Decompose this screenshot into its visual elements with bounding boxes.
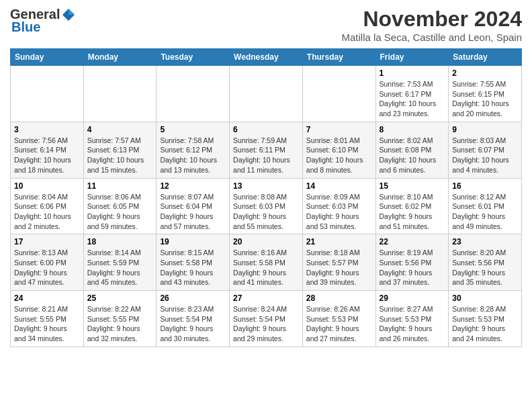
calendar-cell: 11Sunrise: 8:06 AM Sunset: 6:05 PM Dayli… <box>83 178 157 234</box>
calendar-header-monday: Monday <box>83 49 157 66</box>
day-info: Sunrise: 8:24 AM Sunset: 5:54 PM Dayligh… <box>233 304 299 344</box>
calendar-cell: 3Sunrise: 7:56 AM Sunset: 6:14 PM Daylig… <box>11 122 84 178</box>
day-info: Sunrise: 8:08 AM Sunset: 6:03 PM Dayligh… <box>233 192 299 232</box>
calendar-cell <box>83 66 157 122</box>
day-info: Sunrise: 8:15 AM Sunset: 5:58 PM Dayligh… <box>160 248 226 287</box>
calendar-header-saturday: Saturday <box>449 49 522 66</box>
day-number: 5 <box>160 125 226 134</box>
day-info: Sunrise: 8:07 AM Sunset: 6:04 PM Dayligh… <box>160 192 226 232</box>
calendar-cell <box>302 66 375 122</box>
logo-flag-icon <box>61 7 76 22</box>
calendar-cell <box>230 66 303 122</box>
day-number: 28 <box>306 293 372 303</box>
day-number: 23 <box>452 237 518 246</box>
calendar-cell: 4Sunrise: 7:57 AM Sunset: 6:13 PM Daylig… <box>83 122 157 178</box>
day-number: 19 <box>160 237 226 246</box>
calendar-week-row: 3Sunrise: 7:56 AM Sunset: 6:14 PM Daylig… <box>11 122 522 178</box>
day-number: 9 <box>452 125 518 134</box>
day-info: Sunrise: 8:23 AM Sunset: 5:54 PM Dayligh… <box>160 304 226 344</box>
calendar-cell: 28Sunrise: 8:26 AM Sunset: 5:53 PM Dayli… <box>302 291 375 347</box>
calendar-cell: 12Sunrise: 8:07 AM Sunset: 6:04 PM Dayli… <box>157 178 230 234</box>
calendar-week-row: 10Sunrise: 8:04 AM Sunset: 6:06 PM Dayli… <box>11 178 522 234</box>
day-info: Sunrise: 8:13 AM Sunset: 6:00 PM Dayligh… <box>14 248 80 287</box>
day-number: 24 <box>14 293 80 303</box>
calendar-header-friday: Friday <box>375 49 449 66</box>
calendar-week-row: 24Sunrise: 8:21 AM Sunset: 5:55 PM Dayli… <box>11 291 522 347</box>
day-number: 14 <box>306 181 372 191</box>
day-number: 12 <box>160 181 226 191</box>
calendar-cell: 1Sunrise: 7:53 AM Sunset: 6:17 PM Daylig… <box>375 66 449 122</box>
day-info: Sunrise: 8:14 AM Sunset: 5:59 PM Dayligh… <box>87 248 153 287</box>
calendar-cell: 10Sunrise: 8:04 AM Sunset: 6:06 PM Dayli… <box>11 178 84 234</box>
day-number: 29 <box>380 293 445 303</box>
day-number: 18 <box>87 237 153 246</box>
calendar-cell: 30Sunrise: 8:28 AM Sunset: 5:53 PM Dayli… <box>449 291 522 347</box>
day-info: Sunrise: 8:22 AM Sunset: 5:55 PM Dayligh… <box>87 304 153 344</box>
calendar-cell: 21Sunrise: 8:18 AM Sunset: 5:57 PM Dayli… <box>302 234 375 291</box>
calendar-cell: 8Sunrise: 8:02 AM Sunset: 6:08 PM Daylig… <box>375 122 449 178</box>
title-area: November 2024 Matilla la Seca, Castille … <box>342 7 523 43</box>
day-info: Sunrise: 8:10 AM Sunset: 6:02 PM Dayligh… <box>380 192 445 232</box>
day-info: Sunrise: 8:04 AM Sunset: 6:06 PM Dayligh… <box>14 192 80 232</box>
calendar-cell: 14Sunrise: 8:09 AM Sunset: 6:03 PM Dayli… <box>302 178 375 234</box>
calendar-cell: 17Sunrise: 8:13 AM Sunset: 6:00 PM Dayli… <box>11 234 84 291</box>
calendar-cell: 19Sunrise: 8:15 AM Sunset: 5:58 PM Dayli… <box>157 234 230 291</box>
calendar-header-row: SundayMondayTuesdayWednesdayThursdayFrid… <box>11 49 522 66</box>
day-info: Sunrise: 8:02 AM Sunset: 6:08 PM Dayligh… <box>380 136 445 175</box>
day-number: 11 <box>87 181 153 191</box>
day-info: Sunrise: 7:56 AM Sunset: 6:14 PM Dayligh… <box>14 136 80 175</box>
day-info: Sunrise: 8:26 AM Sunset: 5:53 PM Dayligh… <box>306 304 372 344</box>
day-info: Sunrise: 8:01 AM Sunset: 6:10 PM Dayligh… <box>306 136 372 175</box>
location-title: Matilla la Seca, Castille and Leon, Spai… <box>342 32 523 43</box>
day-number: 6 <box>233 125 299 134</box>
day-number: 10 <box>14 181 80 191</box>
logo-blue-text: Blue <box>11 19 40 35</box>
day-number: 27 <box>233 293 299 303</box>
day-number: 26 <box>160 293 226 303</box>
day-info: Sunrise: 7:59 AM Sunset: 6:11 PM Dayligh… <box>233 136 299 175</box>
month-title: November 2024 <box>342 7 523 32</box>
day-number: 22 <box>380 237 445 246</box>
day-number: 20 <box>233 237 299 246</box>
calendar-header-tuesday: Tuesday <box>157 49 230 66</box>
day-info: Sunrise: 8:03 AM Sunset: 6:07 PM Dayligh… <box>452 136 518 175</box>
calendar-cell: 24Sunrise: 8:21 AM Sunset: 5:55 PM Dayli… <box>11 291 84 347</box>
calendar-cell: 25Sunrise: 8:22 AM Sunset: 5:55 PM Dayli… <box>83 291 157 347</box>
calendar-cell: 22Sunrise: 8:19 AM Sunset: 5:56 PM Dayli… <box>375 234 449 291</box>
calendar-cell: 23Sunrise: 8:20 AM Sunset: 5:56 PM Dayli… <box>449 234 522 291</box>
calendar-cell: 16Sunrise: 8:12 AM Sunset: 6:01 PM Dayli… <box>449 178 522 234</box>
day-info: Sunrise: 7:58 AM Sunset: 6:12 PM Dayligh… <box>160 136 226 175</box>
day-number: 4 <box>87 125 153 134</box>
calendar-cell <box>157 66 230 122</box>
calendar-header-thursday: Thursday <box>302 49 375 66</box>
calendar-cell: 2Sunrise: 7:55 AM Sunset: 6:15 PM Daylig… <box>449 66 522 122</box>
day-number: 21 <box>306 237 372 246</box>
page-header: General Blue November 2024 Matilla la Se… <box>10 7 522 43</box>
calendar-cell: 15Sunrise: 8:10 AM Sunset: 6:02 PM Dayli… <box>375 178 449 234</box>
day-number: 2 <box>452 68 518 78</box>
day-number: 8 <box>380 125 445 134</box>
logo: General Blue <box>10 7 76 35</box>
day-info: Sunrise: 8:19 AM Sunset: 5:56 PM Dayligh… <box>380 248 445 287</box>
day-info: Sunrise: 7:55 AM Sunset: 6:15 PM Dayligh… <box>452 79 518 119</box>
calendar-cell: 20Sunrise: 8:16 AM Sunset: 5:58 PM Dayli… <box>230 234 303 291</box>
day-info: Sunrise: 8:18 AM Sunset: 5:57 PM Dayligh… <box>306 248 372 287</box>
calendar-cell: 5Sunrise: 7:58 AM Sunset: 6:12 PM Daylig… <box>157 122 230 178</box>
calendar-header-sunday: Sunday <box>11 49 84 66</box>
calendar-cell: 6Sunrise: 7:59 AM Sunset: 6:11 PM Daylig… <box>230 122 303 178</box>
calendar-cell: 9Sunrise: 8:03 AM Sunset: 6:07 PM Daylig… <box>449 122 522 178</box>
day-number: 3 <box>14 125 80 134</box>
day-number: 1 <box>380 68 445 78</box>
day-number: 17 <box>14 237 80 246</box>
day-info: Sunrise: 8:16 AM Sunset: 5:58 PM Dayligh… <box>233 248 299 287</box>
day-info: Sunrise: 8:12 AM Sunset: 6:01 PM Dayligh… <box>452 192 518 232</box>
day-info: Sunrise: 8:21 AM Sunset: 5:55 PM Dayligh… <box>14 304 80 344</box>
calendar-cell: 27Sunrise: 8:24 AM Sunset: 5:54 PM Dayli… <box>230 291 303 347</box>
day-info: Sunrise: 8:06 AM Sunset: 6:05 PM Dayligh… <box>87 192 153 232</box>
day-number: 7 <box>306 125 372 134</box>
day-number: 15 <box>380 181 445 191</box>
calendar-cell: 13Sunrise: 8:08 AM Sunset: 6:03 PM Dayli… <box>230 178 303 234</box>
svg-marker-1 <box>69 9 75 15</box>
calendar-cell: 18Sunrise: 8:14 AM Sunset: 5:59 PM Dayli… <box>83 234 157 291</box>
day-info: Sunrise: 8:28 AM Sunset: 5:53 PM Dayligh… <box>452 304 518 344</box>
